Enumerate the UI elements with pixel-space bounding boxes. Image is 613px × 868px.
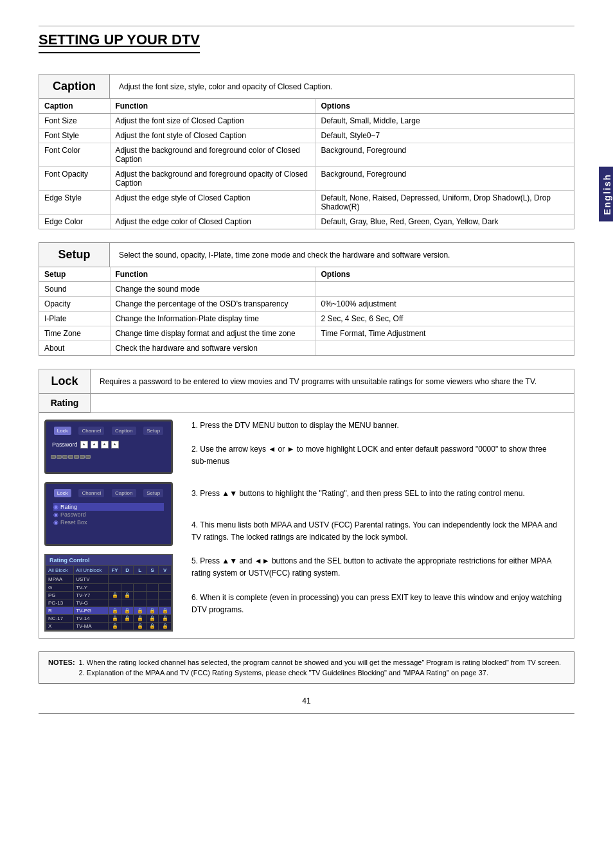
table-row: AboutCheck the hardware and software ver… [39, 341, 574, 356]
caption-description: Adjust the font size, style, color and o… [110, 75, 574, 98]
page-title: SETTING UP YOUR DTV [39, 31, 200, 53]
lock-description: Requires a password to be entered to vie… [91, 369, 574, 393]
screenshot-2: Lock Channel Caption Setup ◉ Rating ◉ [44, 482, 173, 546]
table-row: SoundChange the sound mode [39, 282, 574, 297]
function-cell: Adjust the background and foreground col… [110, 143, 315, 167]
setup-caption-cell: Sound [39, 282, 110, 297]
setup-function-cell: Check the hardware and software version [110, 341, 315, 356]
table-row: Font SizeAdjust the font size of Closed … [39, 114, 574, 128]
function-col-header: Function [110, 99, 315, 114]
screenshot-1: Lock Channel Caption Setup Password * * … [44, 420, 173, 474]
options-cell: Default, Style0~7 [315, 128, 574, 143]
nav-setup-1: Setup [143, 427, 163, 435]
setup-col-header: Setup [39, 267, 110, 282]
sub-password: Password [60, 511, 86, 518]
options-cell: Background, Foreground [315, 167, 574, 191]
nav-lock-2: Lock [54, 489, 71, 497]
setup-options-cell [315, 341, 574, 356]
setup-caption-cell: About [39, 341, 110, 356]
caption-title: Caption [39, 75, 110, 98]
nav-caption-2: Caption [112, 489, 136, 497]
step3: 3. Press ▲▼ buttons to highlight the "Ra… [191, 488, 564, 500]
options-cell: Default, Gray, Blue, Red, Green, Cyan, Y… [315, 215, 574, 229]
setup-options-cell: Time Format, Time Adjustment [315, 326, 574, 341]
setup-function-col-header: Function [110, 267, 315, 282]
rating-control-screen: Rating Control All Block All Unblock FY … [44, 554, 173, 632]
rating-label: Rating [39, 394, 91, 412]
options-cell: Default, None, Raised, Depressed, Unifor… [315, 191, 574, 215]
rating-control-title: Rating Control [46, 555, 172, 565]
setup-options-cell: 0%~100% adjustment [315, 297, 574, 312]
setup-table: Setup Function Options SoundChange the s… [39, 267, 574, 355]
table-row: Edge StyleAdjust the edge style of Close… [39, 191, 574, 215]
table-row: Font OpacityAdjust the background and fo… [39, 167, 574, 191]
caption-cell: Edge Color [39, 215, 110, 229]
function-cell: Adjust the font size of Closed Caption [110, 114, 315, 128]
setup-function-cell: Change the percentage of the OSD's trans… [110, 297, 315, 312]
sub-reset-box: Reset Box [60, 519, 87, 526]
notes-section: NOTES: 1. When the rating locked channel… [39, 651, 574, 684]
note2: 2. Explanation of the MPAA and TV (FCC) … [79, 669, 565, 677]
options-col-header: Options [315, 99, 574, 114]
setup-function-cell: Change the Information-Plate display tim… [110, 312, 315, 326]
setup-function-cell: Change the sound mode [110, 282, 315, 297]
step6: 6. When it is complete (even in processi… [191, 592, 564, 616]
setup-function-cell: Change time display format and adjust th… [110, 326, 315, 341]
function-cell: Adjust the edge color of Closed Caption [110, 215, 315, 229]
caption-cell: Font Size [39, 114, 110, 128]
english-side-tab: English [599, 167, 613, 222]
caption-table: Caption Function Options Font SizeAdjust… [39, 99, 574, 229]
nav-setup-2: Setup [143, 489, 163, 497]
table-row: Edge ColorAdjust the edge color of Close… [39, 215, 574, 229]
page-number: 41 [39, 696, 574, 705]
note1: 1. When the rating locked channel has se… [79, 659, 565, 666]
table-row: OpacityChange the percentage of the OSD'… [39, 297, 574, 312]
table-row: Time ZoneChange time display format and … [39, 326, 574, 341]
function-cell: Adjust the font style of Closed Caption [110, 128, 315, 143]
setup-caption-cell: Opacity [39, 297, 110, 312]
step4: 4. This menu lists both MPAA and USTV (F… [191, 519, 564, 544]
table-row: Font StyleAdjust the font style of Close… [39, 128, 574, 143]
step1: 1. Press the DTV MENU button to display … [191, 420, 564, 432]
caption-cell: Font Style [39, 128, 110, 143]
lock-section: Lock Requires a password to be entered t… [39, 369, 574, 639]
function-cell: Adjust the background and foreground opa… [110, 167, 315, 191]
setup-caption-cell: Time Zone [39, 326, 110, 341]
caption-section: Caption Adjust the font size, style, col… [39, 74, 574, 229]
caption-col-header: Caption [39, 99, 110, 114]
table-row: Font ColorAdjust the background and fore… [39, 143, 574, 167]
setup-section: Setup Select the sound, opacity, I-Plate… [39, 242, 574, 356]
setup-options-col-header: Options [315, 267, 574, 282]
nav-lock-1: Lock [54, 427, 71, 435]
notes-label: NOTES: [48, 659, 75, 677]
password-label: Password [52, 441, 78, 448]
caption-cell: Edge Style [39, 191, 110, 215]
caption-cell: Font Opacity [39, 167, 110, 191]
lock-title: Lock [39, 369, 91, 393]
options-cell: Background, Foreground [315, 143, 574, 167]
caption-cell: Font Color [39, 143, 110, 167]
setup-options-cell: 2 Sec, 4 Sec, 6 Sec, Off [315, 312, 574, 326]
options-cell: Default, Small, Middle, Large [315, 114, 574, 128]
nav-caption-1: Caption [112, 427, 136, 435]
setup-description: Select the sound, opacity, I-Plate, time… [110, 243, 574, 267]
setup-title: Setup [39, 243, 110, 267]
setup-caption-cell: I-Plate [39, 312, 110, 326]
table-row: I-PlateChange the Information-Plate disp… [39, 312, 574, 326]
nav-channel-1: Channel [78, 427, 104, 435]
function-cell: Adjust the edge style of Closed Caption [110, 191, 315, 215]
step2: 2. Use the arrow keys ◄ or ► to move hig… [191, 443, 564, 468]
nav-channel-2: Channel [78, 489, 104, 497]
step5: 5. Press ▲▼ and ◄► buttons and the SEL b… [191, 555, 564, 580]
sub-rating: Rating [60, 504, 77, 510]
setup-options-cell [315, 282, 574, 297]
